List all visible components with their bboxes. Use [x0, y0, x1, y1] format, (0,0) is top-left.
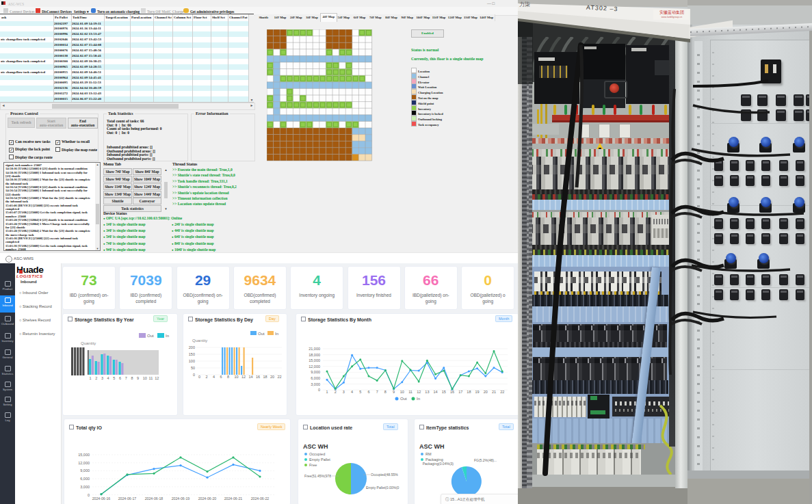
- svg-text:3,000: 3,000: [80, 485, 90, 489]
- svg-text:16: 16: [256, 375, 260, 379]
- svg-text:Out: Out: [147, 334, 154, 338]
- svg-text:12: 12: [417, 390, 421, 394]
- svg-text:2024-06-18: 2024-06-18: [145, 496, 163, 501]
- svg-text:9: 9: [393, 390, 395, 394]
- svg-text:3: 3: [101, 376, 103, 380]
- svg-text:In: In: [417, 397, 420, 401]
- svg-text:Out: Out: [258, 332, 265, 336]
- svg-text:Quantity: Quantity: [81, 341, 96, 345]
- svg-text:In: In: [275, 332, 278, 336]
- svg-text:0: 0: [193, 373, 195, 377]
- svg-text:13: 13: [425, 390, 429, 394]
- svg-text:6: 6: [220, 375, 222, 379]
- svg-text:5: 5: [359, 390, 361, 394]
- svg-text:12,000: 12,000: [78, 461, 90, 465]
- svg-text:15,000: 15,000: [78, 453, 90, 457]
- svg-text:22: 22: [500, 390, 504, 394]
- svg-text:3: 3: [343, 390, 345, 394]
- svg-text:Packaging(0.04%(3): Packaging(0.04%(3): [423, 462, 454, 466]
- svg-text:21,000: 21,000: [309, 347, 320, 351]
- svg-text:12: 12: [155, 376, 159, 380]
- svg-text:19: 19: [475, 390, 480, 394]
- svg-text:200: 200: [189, 345, 195, 349]
- svg-text:4: 4: [107, 376, 109, 380]
- svg-text:9,000: 9,000: [311, 370, 320, 374]
- svg-text:14: 14: [249, 375, 253, 379]
- svg-text:2024-06-20: 2024-06-20: [198, 496, 217, 501]
- svg-text:9,000: 9,000: [80, 468, 90, 473]
- svg-text:Quantity: Quantity: [192, 339, 207, 343]
- svg-text:Empty Pallet: Empty Pallet: [309, 457, 330, 462]
- svg-text:7: 7: [376, 390, 378, 394]
- svg-text:20: 20: [484, 390, 488, 394]
- svg-text:9: 9: [137, 376, 139, 380]
- svg-text:15: 15: [442, 390, 446, 394]
- svg-text:16: 16: [450, 390, 454, 394]
- svg-text:Out: Out: [400, 397, 407, 401]
- svg-text:FG(5.2%(48)...: FG(5.2%(48)...: [474, 458, 497, 462]
- svg-text:12,000: 12,000: [309, 364, 320, 369]
- svg-text:ASC WH: ASC WH: [419, 443, 445, 450]
- svg-text:10: 10: [143, 376, 147, 380]
- svg-text:Occupied: Occupied: [309, 452, 325, 456]
- svg-text:11: 11: [408, 390, 412, 394]
- svg-text:2: 2: [95, 376, 97, 380]
- svg-text:12: 12: [241, 375, 246, 379]
- svg-text:2: 2: [335, 390, 337, 394]
- svg-text:5: 5: [113, 376, 115, 380]
- svg-text:6: 6: [119, 376, 121, 380]
- svg-text:22: 22: [278, 375, 282, 379]
- svg-text:3,000: 3,000: [311, 382, 320, 386]
- svg-text:2024-06-22: 2024-06-22: [251, 496, 270, 501]
- svg-text:17: 17: [458, 390, 462, 394]
- svg-text:0: 0: [318, 388, 320, 392]
- svg-text:2024-06-17: 2024-06-17: [118, 496, 137, 501]
- svg-text:14: 14: [434, 390, 438, 394]
- svg-text:18,000: 18,000: [309, 353, 320, 357]
- svg-text:2024-06-21: 2024-06-21: [224, 496, 243, 501]
- svg-text:Empty Pallet(0.00%(0: Empty Pallet(0.00%(0: [366, 486, 400, 490]
- svg-text:7: 7: [125, 376, 127, 380]
- svg-text:10: 10: [400, 390, 404, 394]
- svg-text:50: 50: [191, 366, 195, 370]
- svg-text:4: 4: [213, 375, 215, 379]
- svg-text:6: 6: [367, 390, 369, 394]
- svg-text:100: 100: [189, 359, 195, 363]
- svg-text:RM: RM: [425, 452, 432, 456]
- svg-text:6,000: 6,000: [80, 477, 90, 481]
- svg-text:18: 18: [263, 375, 267, 379]
- svg-text:Free(51.45%(978: Free(51.45%(978: [304, 474, 331, 478]
- svg-text:2024-06-19: 2024-06-19: [172, 496, 190, 501]
- svg-text:6,000: 6,000: [311, 376, 320, 380]
- svg-text:4: 4: [351, 390, 353, 394]
- svg-text:11: 11: [149, 376, 153, 380]
- svg-text:0: 0: [88, 493, 90, 497]
- svg-text:Free: Free: [309, 463, 317, 467]
- svg-text:2: 2: [206, 375, 208, 379]
- svg-text:21: 21: [492, 390, 496, 394]
- svg-text:8: 8: [227, 375, 229, 379]
- svg-text:20: 20: [270, 375, 274, 379]
- svg-text:Occupied(48.55%: Occupied(48.55%: [371, 473, 398, 477]
- svg-text:1: 1: [90, 376, 92, 380]
- svg-text:0: 0: [198, 375, 200, 379]
- svg-text:In: In: [166, 334, 169, 338]
- svg-text:150: 150: [189, 352, 195, 356]
- svg-text:2024-06-16: 2024-06-16: [92, 496, 111, 501]
- svg-text:1: 1: [326, 390, 328, 394]
- svg-text:15,000: 15,000: [309, 358, 320, 362]
- svg-text:ASC WH: ASC WH: [303, 443, 328, 450]
- svg-text:8: 8: [384, 390, 387, 394]
- svg-text:18: 18: [467, 390, 471, 394]
- svg-text:10: 10: [235, 375, 239, 379]
- svg-text:8: 8: [131, 376, 133, 380]
